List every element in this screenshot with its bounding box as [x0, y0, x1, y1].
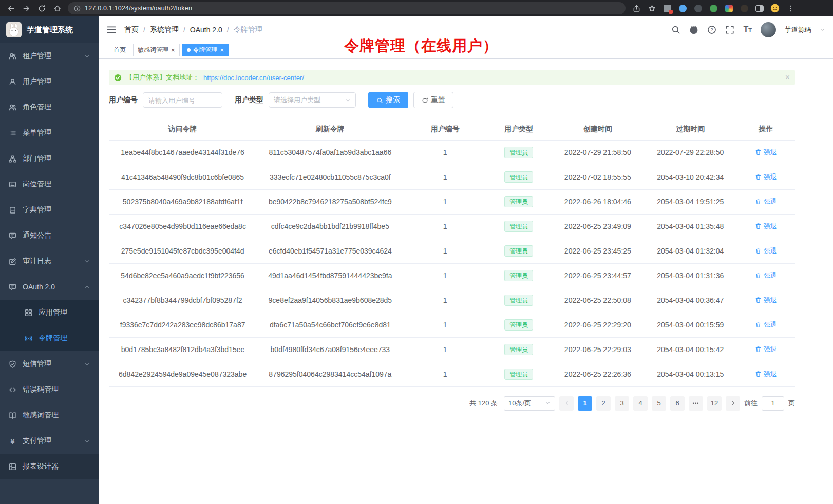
chevron-down-icon[interactable]: [820, 27, 825, 32]
goto-page-input[interactable]: [762, 396, 784, 411]
doc-link[interactable]: https://doc.iocoder.cn/user-center/: [203, 74, 304, 82]
browser-back-button[interactable]: [4, 2, 17, 15]
sidebar-item-pay[interactable]: ¥支付管理: [0, 428, 99, 454]
browser-refresh-button[interactable]: [35, 2, 48, 15]
sidebar-item-notice[interactable]: 通知公告: [0, 223, 99, 248]
tab-close-icon[interactable]: ×: [171, 47, 175, 53]
page-button-4[interactable]: 4: [633, 396, 648, 411]
tab-sensitive-word[interactable]: 敏感词管理×: [133, 44, 180, 56]
sidebar-item-oauth2-app[interactable]: 应用管理: [0, 300, 99, 325]
chevron-down-icon: [84, 259, 90, 264]
extension-icon-6[interactable]: [737, 2, 751, 15]
page-button-6[interactable]: 6: [670, 396, 685, 411]
browser-menu-kebab-icon[interactable]: [784, 2, 797, 15]
sidebar-item-oauth2-token[interactable]: 令牌管理: [0, 325, 99, 351]
sidebar-item-dept[interactable]: 部门管理: [0, 146, 99, 171]
tab-close-icon[interactable]: ×: [220, 47, 224, 53]
search-icon[interactable]: [671, 25, 680, 34]
user-avatar[interactable]: [761, 22, 776, 37]
fullscreen-icon[interactable]: [725, 25, 734, 34]
action-cell: 强退: [736, 313, 795, 337]
tab-token[interactable]: 令牌管理×: [182, 44, 229, 56]
user-type-label: 用户类型: [235, 95, 263, 105]
force-logout-button[interactable]: 强退: [755, 370, 777, 379]
expire-time-cell: 2054-03-04 01:32:04: [644, 239, 736, 263]
page-button-12[interactable]: 12: [707, 396, 722, 411]
page-size-select[interactable]: 10条/页: [504, 396, 555, 411]
action-cell: 强退: [736, 189, 795, 214]
next-page-button[interactable]: [726, 396, 740, 411]
help-icon[interactable]: [707, 25, 716, 34]
force-logout-button[interactable]: 强退: [755, 148, 777, 157]
sidebar-item-menu[interactable]: 菜单管理: [0, 120, 99, 146]
sidebar-item-audit-log[interactable]: 审计日志: [0, 248, 99, 274]
page-button-1[interactable]: 1: [578, 396, 592, 411]
sidebar-item-label: 部门管理: [23, 154, 51, 163]
share-icon[interactable]: [630, 2, 643, 15]
force-logout-button[interactable]: 强退: [755, 271, 777, 280]
user-type-badge: 管理员: [504, 295, 533, 306]
bookmark-star-icon[interactable]: [645, 2, 658, 15]
more-pages-button[interactable]: •••: [689, 396, 703, 411]
extension-icon-5[interactable]: [722, 2, 735, 15]
force-logout-button[interactable]: 强退: [755, 296, 777, 305]
action-cell: 强退: [736, 288, 795, 313]
user-id-input[interactable]: [143, 92, 222, 108]
split-view-icon[interactable]: [753, 2, 766, 15]
force-logout-button[interactable]: 强退: [755, 320, 777, 329]
force-logout-button[interactable]: 强退: [755, 222, 777, 231]
breadcrumb-item[interactable]: 系统管理: [150, 25, 179, 34]
user-type-select[interactable]: 请选择用户类型: [269, 92, 356, 108]
font-size-icon[interactable]: TT: [743, 25, 752, 34]
alert-close-icon[interactable]: ×: [785, 73, 790, 82]
sidebar-toggle-icon[interactable]: [106, 25, 117, 35]
sidebar-item-sensitive-word[interactable]: 敏感词管理: [0, 402, 99, 428]
user-icon: [9, 78, 16, 86]
table-row: b0d1785bc3a8482f812db4a3f3bd15ecb0df4980…: [109, 337, 795, 362]
role-icon: [9, 104, 16, 111]
search-button[interactable]: 搜索: [368, 92, 408, 108]
extension-icon-4[interactable]: [707, 2, 720, 15]
user-name[interactable]: 芋道源码: [785, 25, 811, 34]
column-header: 用户编号: [404, 119, 486, 140]
browser-home-button[interactable]: [50, 2, 64, 15]
force-logout-button[interactable]: 强退: [755, 345, 777, 354]
profile-emoji-icon[interactable]: [768, 2, 782, 15]
sidebar-item-tenant[interactable]: 租户管理: [0, 43, 99, 69]
breadcrumb-item[interactable]: 首页: [124, 25, 139, 34]
sidebar-item-error-code[interactable]: 错误码管理: [0, 377, 99, 402]
sidebar-menu: 租户管理用户管理角色管理菜单管理部门管理岗位管理字典管理通知公告审计日志OAut…: [0, 43, 99, 479]
reset-button[interactable]: 重置: [413, 92, 453, 108]
page-button-3[interactable]: 3: [615, 396, 629, 411]
page-button-2[interactable]: 2: [596, 396, 611, 411]
tab-home[interactable]: 首页: [109, 44, 130, 56]
user-type-badge: 管理员: [504, 369, 533, 380]
prev-page-button[interactable]: [559, 396, 574, 411]
breadcrumb-item[interactable]: OAuth 2.0: [190, 26, 222, 34]
site-info-icon[interactable]: [74, 5, 81, 12]
force-logout-button[interactable]: 强退: [755, 197, 777, 206]
extension-icon-2[interactable]: [676, 2, 689, 15]
sidebar-item-user[interactable]: 用户管理: [0, 69, 99, 94]
force-logout-button[interactable]: 强退: [755, 172, 777, 182]
user-type-cell: 管理员: [486, 313, 552, 337]
sidebar-item-oauth2[interactable]: OAuth 2.0: [0, 274, 99, 300]
table-header-row: 访问令牌刷新令牌用户编号用户类型创建时间过期时间操作: [109, 119, 795, 140]
extension-icon-1[interactable]: [660, 2, 674, 15]
create-time-cell: 2022-06-25 22:50:08: [552, 288, 644, 313]
github-icon[interactable]: [689, 25, 698, 34]
address-bar[interactable]: 127.0.0.1:1024/system/oauth2/token: [68, 2, 626, 14]
user-type-cell: 管理员: [486, 239, 552, 263]
sidebar-item-post[interactable]: 岗位管理: [0, 171, 99, 197]
sidebar-item-report-designer[interactable]: 报表设计器: [0, 454, 99, 479]
refresh-token-cell: 811c530487574fa0af1a59d3abc1aa66: [256, 140, 404, 165]
sidebar-item-sms[interactable]: 短信管理: [0, 351, 99, 377]
column-header: 访问令牌: [109, 119, 256, 140]
browser-forward-button[interactable]: [20, 2, 33, 15]
force-logout-button[interactable]: 强退: [755, 246, 777, 256]
extension-icon-3[interactable]: [691, 2, 705, 15]
sidebar-item-dict[interactable]: 字典管理: [0, 197, 99, 223]
trash-icon: [755, 297, 762, 303]
sidebar-item-role[interactable]: 角色管理: [0, 94, 99, 120]
page-button-5[interactable]: 5: [652, 396, 666, 411]
